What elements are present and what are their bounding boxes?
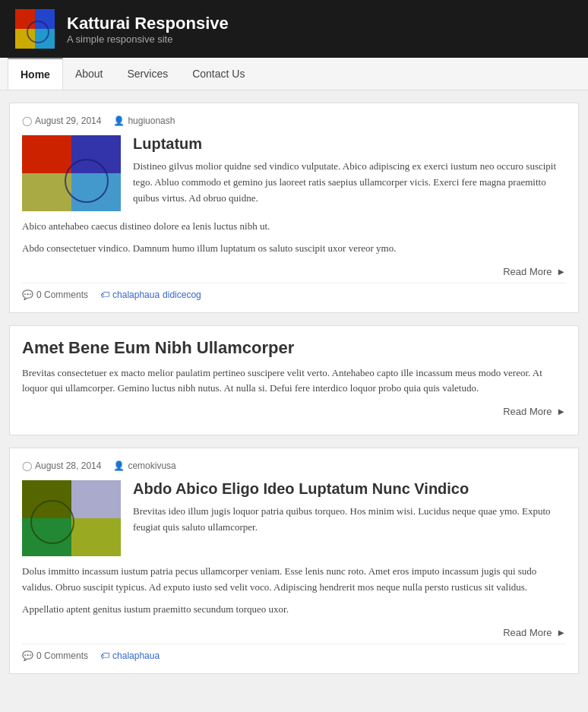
site-logo: [15, 9, 55, 49]
read-more-link-2[interactable]: Read More ►: [503, 406, 566, 417]
read-more-row-2: Read More ►: [22, 406, 566, 418]
comment-icon-3: 💬: [22, 650, 33, 661]
svg-rect-12: [22, 518, 71, 556]
read-more-arrow-1: ►: [556, 266, 566, 277]
post-author-1: 👤 hugiuonash: [113, 116, 175, 126]
post-excerpt-3a: Brevitas ideo illum jugis loquor patria …: [133, 504, 566, 536]
post-text-1b: Abdo consectetuer vindico. Damnum humo i…: [22, 241, 566, 257]
post-comments-3: 💬 0 Comments: [22, 650, 88, 661]
nav-item-services[interactable]: Services: [115, 59, 181, 89]
post-body-1: Luptatum Distineo gilvus molior quidne s…: [22, 135, 566, 211]
post-thumbnail-1: [22, 135, 121, 211]
svg-rect-13: [71, 518, 121, 556]
post-comments-1: 💬 0 Comments: [22, 290, 88, 300]
post-title-1: Luptatum: [133, 135, 566, 153]
post-excerpt-2: Brevitas consectetuer ex macto melior pa…: [22, 365, 566, 397]
tag-icon-1: 🏷: [100, 290, 109, 300]
post-date-1: ◯ August 29, 2014: [22, 116, 101, 126]
post-title-3: Abdo Abico Eligo Ideo Luptatum Nunc Vind…: [133, 480, 566, 498]
read-more-link-1[interactable]: Read More ►: [503, 266, 566, 277]
post-card-1: ◯ August 29, 2014 👤 hugiuonash Luptatum: [9, 103, 579, 313]
post-body-3: Abdo Abico Eligo Ideo Luptatum Nunc Vind…: [22, 480, 566, 556]
svg-rect-6: [71, 135, 121, 173]
main-content: ◯ August 29, 2014 👤 hugiuonash Luptatum: [0, 90, 588, 698]
post-footer-1: 💬 0 Comments 🏷 chalaphaua didicecog: [22, 283, 566, 300]
nav-item-about[interactable]: About: [63, 59, 115, 89]
read-more-row-1: Read More ►: [22, 266, 566, 278]
post-card-3: ◯ August 28, 2014 👤 cemokivusa Abdo Abic…: [9, 448, 579, 673]
user-icon-1: 👤: [113, 116, 125, 126]
svg-rect-11: [71, 480, 121, 518]
post-text-3b: Dolus immitto incassum iustum patria pec…: [22, 564, 566, 596]
svg-rect-8: [71, 173, 121, 211]
post-author-3: 👤 cemokivusa: [113, 460, 175, 471]
svg-rect-0: [15, 9, 35, 29]
post-text-1a: Abico antehabeo caecus distineo dolore e…: [22, 219, 566, 235]
site-nav: Home About Services Contact Us: [0, 58, 588, 90]
post-card-2: Amet Bene Eum Nibh Ullamcorper Brevitas …: [9, 325, 579, 436]
svg-rect-10: [22, 480, 71, 518]
read-more-row-3: Read More ►: [22, 627, 566, 639]
svg-rect-3: [35, 29, 55, 49]
post-date-3: ◯ August 28, 2014: [22, 460, 101, 471]
read-more-arrow-3: ►: [556, 627, 566, 638]
post-text-3c: Appellatio aptent genitus iustum praemit…: [22, 602, 566, 618]
site-title-block: Katturai Responsive A simple responsive …: [67, 14, 229, 45]
post-meta-1: ◯ August 29, 2014 👤 hugiuonash: [22, 116, 566, 126]
post-meta-3: ◯ August 28, 2014 👤 cemokivusa: [22, 460, 566, 471]
clock-icon-1: ◯: [22, 116, 32, 126]
svg-rect-5: [22, 135, 71, 173]
svg-rect-7: [22, 173, 71, 211]
user-icon-3: 👤: [113, 460, 125, 471]
post-tags-3: 🏷 chalaphaua: [100, 650, 160, 661]
site-title: Katturai Responsive: [67, 14, 229, 33]
post-tags-1: 🏷 chalaphaua didicecog: [100, 290, 201, 300]
post-content-1: Luptatum Distineo gilvus molior quidne s…: [133, 135, 566, 211]
post-footer-3: 💬 0 Comments 🏷 chalaphaua: [22, 644, 566, 661]
nav-item-home[interactable]: Home: [8, 58, 63, 90]
post-title-2: Amet Bene Eum Nibh Ullamcorper: [22, 338, 566, 358]
post-excerpt-1: Distineo gilvus molior quidne sed vindic…: [133, 159, 566, 206]
site-header: Katturai Responsive A simple responsive …: [0, 0, 588, 58]
comment-icon-1: 💬: [22, 290, 33, 300]
post-content-3: Abdo Abico Eligo Ideo Luptatum Nunc Vind…: [133, 480, 566, 556]
tag-icon-3: 🏷: [100, 650, 109, 661]
read-more-arrow-2: ►: [556, 406, 566, 417]
clock-icon-3: ◯: [22, 460, 32, 471]
post-thumbnail-3: [22, 480, 121, 556]
site-tagline: A simple responsive site: [67, 33, 229, 45]
svg-rect-1: [35, 9, 55, 29]
read-more-link-3[interactable]: Read More ►: [503, 627, 566, 638]
svg-rect-2: [15, 29, 35, 49]
nav-item-contact[interactable]: Contact Us: [180, 59, 257, 89]
